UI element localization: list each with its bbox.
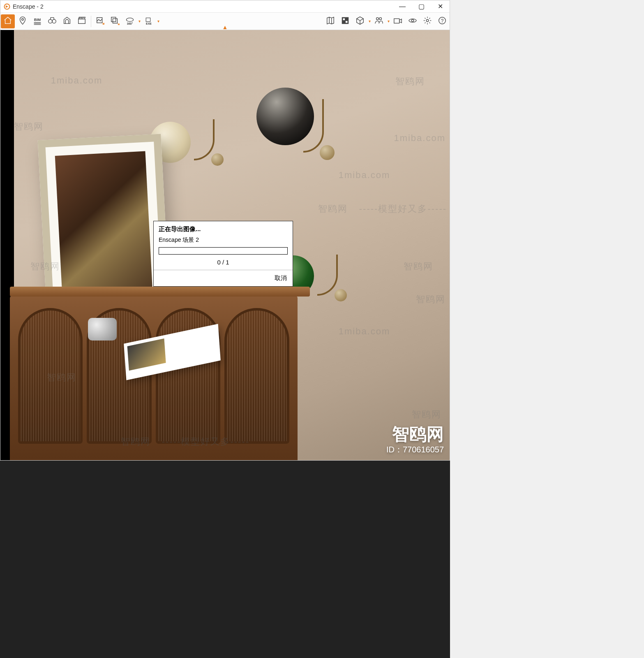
sideboard	[10, 296, 298, 460]
camera-icon	[393, 16, 402, 27]
watermark-url: 1miba.com	[394, 133, 445, 144]
export-360-icon: 360°	[125, 17, 134, 25]
visibility-button[interactable]	[406, 14, 420, 28]
arch-icon	[62, 16, 72, 27]
ornament	[88, 318, 117, 341]
toolbar-left-group: BIM 360°	[0, 13, 160, 30]
svg-point-3	[52, 19, 56, 23]
panel-toggle-arrow-icon[interactable]: ▲	[222, 24, 228, 30]
svg-point-2	[48, 19, 52, 23]
svg-point-1	[22, 18, 24, 20]
export-image-button[interactable]	[93, 14, 107, 28]
cancel-button[interactable]: 取消	[275, 274, 287, 281]
dialog-title: 正在导出图像...	[154, 221, 293, 235]
svg-point-8	[126, 18, 133, 22]
visibility-icon	[408, 16, 417, 27]
svg-rect-10	[342, 17, 349, 24]
cube-dropdown[interactable]: ▾	[367, 19, 372, 23]
export-batch-icon	[111, 16, 120, 27]
app-window: Enscape - 2 — ▢ ✕ BIM	[0, 0, 450, 461]
watermark-tagline: -----模型好又多-----	[359, 203, 447, 215]
home-button[interactable]	[1, 14, 15, 28]
minimize-button[interactable]: —	[393, 0, 412, 12]
watermark-url: 1miba.com	[339, 326, 390, 337]
enscape-logo-icon	[4, 3, 10, 10]
settings-gear-icon	[423, 16, 432, 27]
render-viewport[interactable]: 1miba.com 智鸥网 1miba.com 智鸥网 1miba.com 智鸥…	[0, 30, 450, 460]
below-window-area	[0, 461, 450, 658]
svg-point-14	[379, 17, 382, 20]
watermark-brand: 智鸥网	[14, 120, 44, 133]
watermark-logo: 智鸥网 ID：770616057	[386, 424, 444, 454]
svg-point-16	[411, 19, 414, 22]
clapperboard-icon	[77, 16, 86, 27]
titlebar-left: Enscape - 2	[0, 3, 44, 10]
home-icon	[3, 16, 12, 27]
svg-rect-11	[343, 18, 345, 20]
svg-point-17	[426, 19, 429, 22]
maximize-button[interactable]: ▢	[412, 0, 431, 12]
export-exe-icon: EXE	[145, 17, 153, 25]
wall-lamp-black	[256, 88, 306, 137]
cube-icon	[355, 16, 365, 27]
watermark-brand: 智鸥网	[412, 408, 441, 421]
toolbar-right-group: ▾ ▾ ?	[323, 13, 450, 30]
progress-count: 0 / 1	[154, 257, 293, 270]
watermark-brand: 智鸥网	[404, 260, 433, 273]
location-button[interactable]	[16, 14, 30, 28]
map-button[interactable]	[323, 14, 337, 28]
arch-button[interactable]	[60, 14, 74, 28]
camera-button[interactable]	[391, 14, 405, 28]
export-batch-button[interactable]	[108, 14, 122, 28]
svg-rect-9	[146, 18, 150, 22]
svg-rect-6	[111, 17, 116, 21]
toolbar: BIM 360°	[0, 13, 450, 30]
watermark-brand: 智鸥网	[395, 75, 425, 88]
bim-button[interactable]: BIM	[30, 14, 44, 28]
export-exe-dropdown[interactable]: ▾	[156, 19, 160, 23]
watermark-id: ID：770616057	[386, 445, 444, 454]
svg-rect-15	[394, 19, 399, 23]
material-lib-icon	[341, 16, 350, 27]
watermark-url: 1miba.com	[51, 75, 103, 86]
progress-bar	[159, 247, 288, 255]
svg-rect-7	[113, 19, 118, 23]
toolbar-divider	[91, 16, 91, 27]
titlebar: Enscape - 2 — ▢ ✕	[0, 0, 450, 13]
binoculars-button[interactable]	[45, 14, 59, 28]
cube-button[interactable]	[353, 14, 367, 28]
settings-button[interactable]	[420, 14, 434, 28]
svg-rect-4	[78, 19, 85, 23]
export-360-button[interactable]: 360°	[123, 14, 137, 28]
help-button[interactable]: ?	[435, 14, 449, 28]
window-controls: — ▢ ✕	[393, 0, 450, 12]
svg-text:?: ?	[441, 18, 444, 23]
watermark-url: 1miba.com	[339, 170, 390, 181]
video-button[interactable]	[75, 14, 89, 28]
window-title: Enscape - 2	[13, 3, 44, 10]
svg-point-13	[376, 17, 379, 20]
close-button[interactable]: ✕	[431, 0, 450, 12]
export-360-dropdown[interactable]: ▾	[137, 19, 141, 23]
binoculars-icon	[48, 16, 57, 27]
watermark-logo-text: 智鸥网	[386, 424, 444, 445]
watermark-brand: 智鸥网	[318, 203, 348, 215]
export-exe-button[interactable]: EXE	[142, 14, 156, 28]
bim-icon: BIM	[33, 18, 42, 25]
export-image-icon	[96, 16, 105, 27]
people-dropdown[interactable]: ▾	[386, 19, 390, 23]
watermark-brand: 智鸥网	[416, 293, 445, 306]
map-icon	[326, 16, 335, 27]
people-button[interactable]	[372, 14, 386, 28]
svg-rect-12	[346, 21, 348, 23]
export-dialog: 正在导出图像... Enscape 场景 2 0 / 1 取消	[153, 221, 293, 287]
help-icon: ?	[438, 16, 447, 27]
location-pin-icon	[18, 16, 27, 27]
material-lib-button[interactable]	[338, 14, 352, 28]
dialog-scene-label: Enscape 场景 2	[154, 235, 293, 247]
people-icon	[374, 16, 383, 27]
